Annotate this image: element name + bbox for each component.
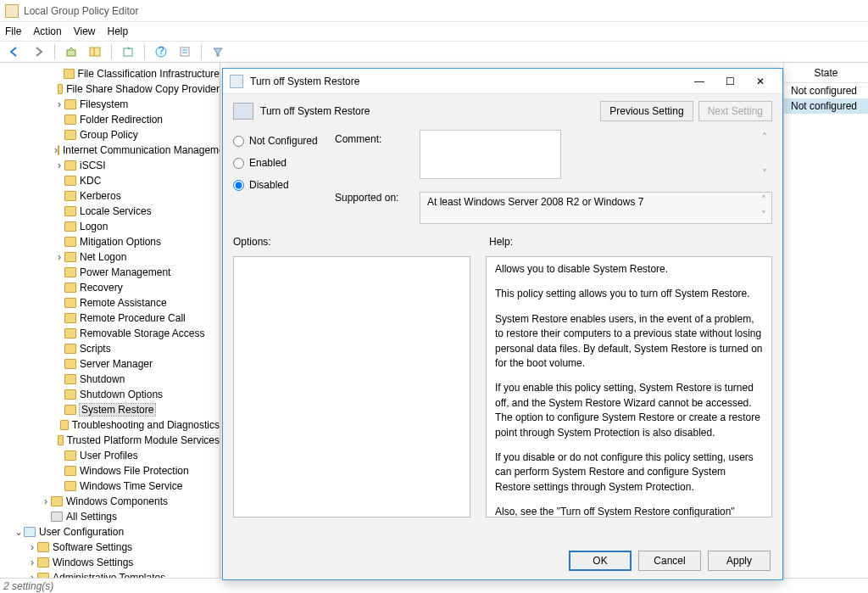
- folder-icon: [64, 328, 76, 338]
- menu-view[interactable]: View: [74, 25, 96, 37]
- tree-item-label: All Settings: [66, 511, 117, 523]
- menu-help[interactable]: Help: [108, 25, 129, 37]
- expand-icon[interactable]: ›: [54, 251, 64, 263]
- expand-icon[interactable]: ⌄: [14, 526, 24, 538]
- tree-item[interactable]: Recovery: [0, 280, 220, 295]
- tree-item[interactable]: Group Policy: [0, 127, 220, 143]
- expand-icon[interactable]: ›: [27, 541, 37, 553]
- tree-item[interactable]: Remote Assistance: [0, 295, 220, 310]
- forward-icon[interactable]: [29, 42, 47, 61]
- tree-item[interactable]: Locale Services: [0, 204, 220, 219]
- expand-icon[interactable]: ›: [27, 557, 37, 568]
- status-text: 2 setting(s): [3, 580, 53, 592]
- tree-item[interactable]: ›Administrative Templates: [0, 570, 220, 578]
- folder-icon: [37, 557, 49, 568]
- tree-item[interactable]: Remote Procedure Call: [0, 310, 220, 326]
- state-header[interactable]: State: [784, 63, 868, 83]
- tree-item-label: Software Settings: [53, 541, 132, 553]
- tree-item-label: Logon: [80, 221, 108, 232]
- filter-icon[interactable]: [209, 42, 227, 61]
- tree-item-label: Filesystem: [80, 98, 128, 110]
- tree-item[interactable]: ›Windows Components: [0, 494, 220, 509]
- previous-setting-button[interactable]: Previous Setting: [600, 101, 693, 121]
- radio-enabled[interactable]: Enabled: [233, 152, 335, 174]
- policy-icon: [233, 103, 253, 120]
- tree-item[interactable]: System Restore: [0, 402, 220, 417]
- apply-button[interactable]: Apply: [708, 551, 771, 571]
- properties-icon[interactable]: [175, 42, 194, 61]
- menu-action[interactable]: Action: [33, 25, 61, 37]
- tree-item[interactable]: ›Software Settings: [0, 540, 220, 555]
- minimize-icon[interactable]: —: [684, 70, 715, 93]
- tree-item[interactable]: Shutdown Options: [0, 387, 220, 402]
- help-paragraph: System Restore enables users, in the eve…: [495, 312, 763, 372]
- tree-item[interactable]: Kerberos: [0, 188, 220, 204]
- tree-item[interactable]: Server Manager: [0, 356, 220, 372]
- tree-item-label: User Configuration: [39, 526, 124, 538]
- tree-item[interactable]: ›Filesystem: [0, 97, 220, 112]
- cancel-button[interactable]: Cancel: [638, 551, 701, 571]
- tree-item[interactable]: ›iSCSI: [0, 158, 220, 173]
- folder-icon: [64, 481, 76, 491]
- menubar: File Action View Help: [0, 22, 868, 41]
- state-cell[interactable]: Not configured: [784, 98, 868, 114]
- tree-item[interactable]: KDC: [0, 173, 220, 188]
- tree-view[interactable]: File Classification InfrastructureFile S…: [0, 63, 220, 578]
- folder-icon: [64, 160, 76, 171]
- up-icon[interactable]: [62, 42, 81, 61]
- tree-item[interactable]: Folder Redirection: [0, 112, 220, 127]
- dialog-titlebar: Turn off System Restore — ☐ ✕: [223, 69, 782, 94]
- tree-item[interactable]: Trusted Platform Module Services: [0, 433, 220, 448]
- show-hide-tree-icon[interactable]: [86, 42, 104, 61]
- svg-rect-0: [67, 50, 75, 56]
- radio-disabled[interactable]: Disabled: [233, 174, 335, 196]
- help-label: Help:: [489, 236, 772, 248]
- tree-item[interactable]: File Share Shadow Copy Provider: [0, 81, 220, 97]
- ok-button[interactable]: OK: [569, 551, 632, 571]
- comment-input[interactable]: [420, 130, 561, 179]
- folder-icon: [64, 405, 76, 415]
- tree-item[interactable]: Removable Storage Access: [0, 326, 220, 341]
- help-pane[interactable]: Allows you to disable System Restore.Thi…: [486, 256, 772, 517]
- tree-item[interactable]: Logon: [0, 219, 220, 234]
- tree-item[interactable]: ›Windows Settings: [0, 555, 220, 570]
- tree-item-label: Trusted Platform Module Services: [67, 434, 220, 446]
- export-icon[interactable]: [119, 42, 137, 61]
- window-titlebar: Local Group Policy Editor: [0, 0, 868, 22]
- window-title: Local Group Policy Editor: [24, 5, 138, 17]
- folder-icon: [64, 191, 76, 201]
- back-icon[interactable]: [5, 42, 24, 61]
- help-icon[interactable]: ?: [152, 42, 170, 61]
- tree-item[interactable]: Troubleshooting and Diagnostics: [0, 417, 220, 433]
- tree-item[interactable]: Windows Time Service: [0, 478, 220, 494]
- tree-item[interactable]: All Settings: [0, 509, 220, 524]
- svg-rect-1: [90, 48, 100, 56]
- expand-icon[interactable]: ›: [27, 572, 37, 578]
- tree-item[interactable]: ›Net Logon: [0, 249, 220, 265]
- tree-item[interactable]: Windows File Protection: [0, 463, 220, 478]
- tree-item[interactable]: Power Management: [0, 265, 220, 280]
- radio-not-configured[interactable]: Not Configured: [233, 130, 335, 152]
- tree-item[interactable]: Scripts: [0, 341, 220, 356]
- state-column: State Not configured Not configured: [783, 63, 868, 578]
- expand-icon[interactable]: ›: [41, 495, 51, 507]
- folder-icon: [64, 130, 76, 140]
- expand-icon[interactable]: ›: [54, 159, 64, 171]
- tree-item[interactable]: Mitigation Options: [0, 234, 220, 249]
- close-icon[interactable]: ✕: [745, 70, 776, 93]
- folder-icon: [58, 84, 63, 94]
- expand-icon[interactable]: ›: [54, 98, 64, 110]
- maximize-icon[interactable]: ☐: [715, 70, 745, 93]
- tree-item[interactable]: Shutdown: [0, 372, 220, 387]
- next-setting-button[interactable]: Next Setting: [698, 101, 772, 121]
- tree-item[interactable]: ›Internet Communication Management: [0, 143, 220, 158]
- tree-item[interactable]: ⌄User Configuration: [0, 524, 220, 540]
- state-cell[interactable]: Not configured: [784, 83, 868, 98]
- tree-item[interactable]: User Profiles: [0, 448, 220, 463]
- supported-label: Supported on:: [335, 188, 420, 224]
- tree-item-label: KDC: [80, 175, 101, 187]
- state-radio-group: Not Configured Enabled Disabled: [233, 130, 335, 224]
- tree-item[interactable]: File Classification Infrastructure: [0, 66, 220, 81]
- menu-file[interactable]: File: [5, 25, 21, 37]
- comment-label: Comment:: [335, 130, 420, 182]
